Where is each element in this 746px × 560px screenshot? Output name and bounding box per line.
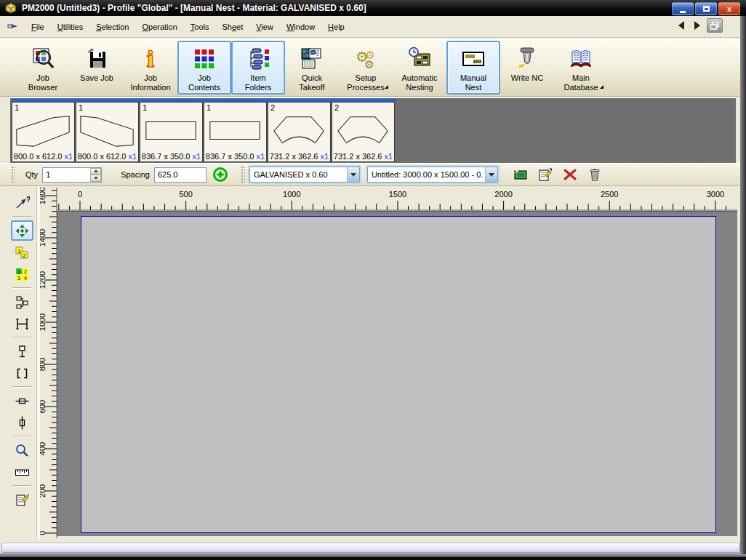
material-combo[interactable]: GALVANISED x 0.60 (249, 167, 360, 183)
manual-nest-button[interactable]: ManualNest (446, 41, 500, 95)
selection-brackets-icon (15, 366, 30, 381)
new-sheet-button[interactable] (512, 166, 529, 183)
menu-bar: FileUtilitiesSelectionOperationToolsShee… (0, 16, 746, 38)
part-tile-2[interactable]: 1800.0 x 612.0 x1 (76, 102, 139, 162)
part-tile-4[interactable]: 1836.7 x 350.0 x1 (204, 102, 267, 162)
part-dimensions: 731.2 x 362.6 x1 (268, 152, 330, 161)
svg-text:?: ? (26, 196, 30, 204)
toolbar-separator (12, 287, 31, 289)
nav-forward-button[interactable] (691, 18, 704, 33)
query-item-button[interactable]: ? (11, 193, 33, 213)
renumber-all-button[interactable]: 1234 (11, 264, 33, 284)
menu-utilities[interactable]: Utilities (51, 20, 89, 34)
spacing-label: Spacing (121, 170, 150, 179)
sheet-combo-arrow-button[interactable] (485, 167, 497, 182)
restore-window-icon (710, 22, 719, 30)
extent-vertical-button[interactable] (11, 412, 33, 433)
part-tile-1[interactable]: 1800.0 x 612.0 x1 (12, 102, 75, 162)
part-tile-5[interactable]: 2731.2 x 362.6 x1 (268, 102, 331, 162)
job-information-button[interactable]: iJobInformation (124, 41, 177, 95)
minimize-button[interactable] (672, 2, 694, 15)
horizontal-ruler: 050010001500200025003000 (57, 188, 737, 211)
job-browser-button[interactable]: JobBrowser (16, 41, 70, 95)
svg-text:1500: 1500 (389, 190, 406, 199)
renumber-parts-button[interactable]: 12 (11, 242, 33, 263)
item-properties-button[interactable] (11, 489, 33, 510)
hierarchy-button[interactable] (11, 292, 33, 312)
menu-view[interactable]: View (249, 20, 280, 34)
spacing-input[interactable] (154, 167, 206, 183)
status-bar (1, 543, 740, 553)
save-job-label: Save Job (80, 73, 113, 83)
delete-sheet-button[interactable] (586, 166, 603, 183)
part-tile-3[interactable]: 1836.7 x 350.0 x1 (140, 102, 203, 162)
job-information-icon: i (138, 47, 163, 71)
restore-child-window-button[interactable] (707, 18, 723, 33)
job-browser-label: JobBrowser (28, 73, 57, 92)
automatic-nesting-button[interactable]: AutomaticNesting (393, 41, 446, 95)
left-toolbar: ?121234 (9, 192, 35, 511)
qty-spinner[interactable] (90, 168, 101, 182)
nav-back-button[interactable] (675, 18, 688, 33)
move-item-button[interactable] (11, 220, 33, 241)
nav-forward-icon (694, 21, 700, 30)
part-quantity: x1 (321, 152, 329, 161)
svg-text:i: i (146, 47, 154, 71)
toolbar-gripper[interactable] (12, 167, 15, 183)
main-database-button[interactable]: MainDatabase (554, 41, 608, 95)
pm2000-app-icon[interactable] (4, 2, 17, 14)
pin-part-button[interactable] (11, 341, 33, 361)
menu-help[interactable]: Help (321, 20, 351, 34)
item-folders-icon (246, 47, 270, 71)
sheet-properties-button[interactable] (537, 166, 554, 183)
save-job-button[interactable]: Save Job (70, 41, 124, 95)
setup-processes-button[interactable]: ⚙⚙⚙SetupProcesses (339, 41, 393, 95)
svg-text:4: 4 (24, 275, 27, 280)
menu-file[interactable]: File (25, 20, 51, 34)
part-tile-6[interactable]: 2731.2 x 362.6 x1 (332, 102, 395, 162)
add-part-button[interactable] (212, 167, 228, 183)
sheet-combo[interactable]: Untitled: 3000.00 x 1500.00 - 0. (367, 167, 498, 183)
menu-operation[interactable]: Operation (135, 20, 183, 34)
measure-tool-button[interactable] (11, 462, 33, 482)
title-bar: PM2000 (Untitled3) - Profile "Global" - … (0, 0, 746, 16)
spinner-down-button[interactable] (90, 175, 101, 182)
spinner-up-button[interactable] (90, 168, 101, 175)
material-combo-value: GALVANISED x 0.60 (250, 170, 347, 179)
quick-takeoff-button[interactable]: QuickTakeoff (285, 41, 339, 95)
part-dimensions: 800.0 x 612.0 x1 (76, 152, 138, 161)
job-contents-button[interactable]: JobContents (177, 41, 231, 95)
menu-sheet[interactable]: Sheet (216, 20, 250, 34)
select-region-button[interactable] (11, 363, 33, 383)
delete-nest-button[interactable] (561, 166, 579, 183)
material-combo-arrow-button[interactable] (347, 167, 359, 182)
maximize-button[interactable] (695, 2, 717, 15)
toolbar-separator (12, 216, 31, 217)
sheet-outline[interactable] (81, 216, 716, 533)
zoom-icon (15, 443, 30, 458)
menu-window[interactable]: Window (280, 20, 321, 34)
menu-selection[interactable]: Selection (89, 20, 135, 34)
nest-canvas[interactable] (57, 211, 737, 536)
quick-takeoff-icon (300, 47, 324, 71)
save-job-icon (84, 47, 109, 71)
add-green-plus-icon (212, 167, 228, 183)
automatic-nesting-icon (407, 47, 432, 71)
job-contents-icon (192, 47, 217, 71)
svg-text:1400: 1400 (40, 229, 47, 247)
h-frame-icon (15, 316, 30, 332)
toolbar-gripper[interactable] (241, 167, 245, 183)
write-nc-button[interactable]: Write NC (500, 41, 554, 95)
spinner-down-icon (94, 177, 98, 180)
setup-processes-icon: ⚙⚙⚙ (353, 47, 378, 71)
job-browser-icon (31, 47, 55, 71)
part-quantity: x1 (257, 152, 265, 161)
extent-horizontal-button[interactable] (11, 391, 33, 411)
menu-tools[interactable]: Tools (184, 20, 216, 34)
zoom-tool-button[interactable] (11, 440, 33, 460)
pointing-hand-icon[interactable] (7, 21, 22, 33)
align-h-button[interactable] (11, 313, 33, 334)
item-folders-button[interactable]: ItemFolders (231, 41, 285, 95)
svg-text:2: 2 (24, 268, 27, 273)
close-button[interactable]: x (718, 2, 740, 15)
